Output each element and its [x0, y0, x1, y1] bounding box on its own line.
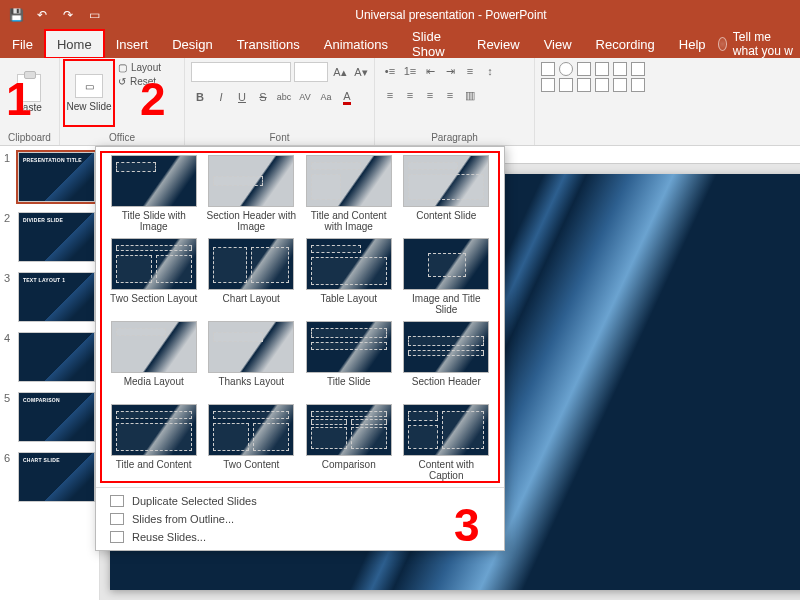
layout-grid: Title Slide with Image Section Header wi… — [98, 149, 502, 485]
slides-group-label: Office — [66, 130, 178, 143]
slide-thumb-4[interactable] — [18, 332, 95, 382]
align-right-icon[interactable]: ≡ — [421, 86, 439, 104]
layout-media[interactable]: Media Layout — [108, 321, 200, 398]
shape-rect-icon[interactable] — [541, 62, 555, 76]
shape-oval-icon[interactable] — [559, 62, 573, 76]
slide-thumb-6[interactable]: CHART SLIDE — [18, 452, 95, 502]
char-spacing-button[interactable]: AV — [296, 88, 314, 106]
start-from-beginning-icon[interactable]: ▭ — [86, 7, 102, 23]
tab-design[interactable]: Design — [160, 30, 224, 58]
layout-title-and-content-with-image[interactable]: Title and Content with Image — [303, 155, 395, 232]
duplicate-slides-item[interactable]: Duplicate Selected Slides — [96, 492, 504, 510]
thumb-row[interactable]: 2 DIVIDER SLIDE — [4, 212, 95, 262]
paragraph-group-label: Paragraph — [381, 130, 528, 143]
text-direction-icon[interactable]: ↕ — [481, 62, 499, 80]
layout-image-and-title[interactable]: Image and Title Slide — [401, 238, 493, 315]
shape-arrow-icon[interactable] — [595, 62, 609, 76]
slide-thumb-3[interactable]: TEXT LAYOUT 1 — [18, 272, 95, 322]
align-left-icon[interactable]: ≡ — [381, 86, 399, 104]
shape-freeform-icon[interactable] — [613, 78, 627, 92]
tab-review[interactable]: Review — [465, 30, 532, 58]
shape-line-icon[interactable] — [577, 62, 591, 76]
tell-me[interactable]: Tell me what you w — [718, 30, 800, 58]
slide-thumbnail-panel: 1 PRESENTATION TITLE 2 DIVIDER SLIDE 3 T… — [0, 146, 100, 600]
shape-brace-icon[interactable] — [559, 78, 573, 92]
columns-icon[interactable]: ▥ — [461, 86, 479, 104]
tab-help[interactable]: Help — [667, 30, 718, 58]
slide-thumb-5[interactable]: COMPARISON — [18, 392, 95, 442]
align-center-icon[interactable]: ≡ — [401, 86, 419, 104]
font-color-button[interactable]: A — [338, 88, 356, 106]
thumb-row[interactable]: 3 TEXT LAYOUT 1 — [4, 272, 95, 322]
font-family-select[interactable] — [191, 62, 291, 82]
increase-font-icon[interactable]: A▴ — [331, 63, 349, 81]
bullets-icon[interactable]: •≡ — [381, 62, 399, 80]
annotation-1: 1 — [6, 72, 32, 126]
layout-title-slide[interactable]: Title Slide — [303, 321, 395, 398]
slides-from-outline-item[interactable]: Slides from Outline... — [96, 510, 504, 528]
shape-star-icon[interactable] — [631, 62, 645, 76]
tell-me-label: Tell me what you w — [733, 30, 794, 58]
thumb-row[interactable]: 5 COMPARISON — [4, 392, 95, 442]
decrease-font-icon[interactable]: A▾ — [352, 63, 370, 81]
quick-access-toolbar: 💾 ↶ ↷ ▭ — [0, 7, 102, 23]
abc-button[interactable]: abc — [275, 88, 293, 106]
tab-slideshow[interactable]: Slide Show — [400, 30, 465, 58]
tab-transitions[interactable]: Transitions — [225, 30, 312, 58]
layout-two-content[interactable]: Two Content — [206, 404, 298, 481]
tab-animations[interactable]: Animations — [312, 30, 400, 58]
thumb-row[interactable]: 4 — [4, 332, 95, 382]
shape-callout-icon[interactable] — [541, 78, 555, 92]
bold-button[interactable]: B — [191, 88, 209, 106]
numbering-icon[interactable]: 1≡ — [401, 62, 419, 80]
group-font: A▴ A▾ B I U S abc AV Aa A Font — [185, 58, 375, 145]
shape-triangle-icon[interactable] — [613, 62, 627, 76]
new-slide-button[interactable]: ▭ New Slide — [66, 62, 112, 124]
slide-thumb-1[interactable]: PRESENTATION TITLE — [18, 152, 95, 202]
layout-content-slide[interactable]: Content Slide — [401, 155, 493, 232]
clipboard-group-label: Clipboard — [6, 130, 53, 143]
tab-home[interactable]: Home — [45, 30, 104, 58]
ribbon-tabs: File Home Insert Design Transitions Anim… — [0, 30, 800, 58]
reuse-slides-item[interactable]: Reuse Slides... — [96, 528, 504, 546]
reuse-icon — [110, 531, 124, 543]
justify-icon[interactable]: ≡ — [441, 86, 459, 104]
layout-title-slide-with-image[interactable]: Title Slide with Image — [108, 155, 200, 232]
group-slides: ▭ New Slide ▢Layout ↺Reset Office — [60, 58, 185, 145]
layout-table[interactable]: Table Layout — [303, 238, 395, 315]
annotation-3: 3 — [454, 498, 480, 552]
shapes-gallery[interactable] — [541, 62, 647, 92]
layout-section-header-with-image[interactable]: Section Header with Image — [206, 155, 298, 232]
shape-more-icon[interactable] — [631, 78, 645, 92]
layout-chart[interactable]: Chart Layout — [206, 238, 298, 315]
shape-connector-icon[interactable] — [577, 78, 591, 92]
tab-recording[interactable]: Recording — [584, 30, 667, 58]
font-size-select[interactable] — [294, 62, 328, 82]
slide-thumb-2[interactable]: DIVIDER SLIDE — [18, 212, 95, 262]
italic-button[interactable]: I — [212, 88, 230, 106]
underline-button[interactable]: U — [233, 88, 251, 106]
save-icon[interactable]: 💾 — [8, 7, 24, 23]
redo-icon[interactable]: ↷ — [60, 7, 76, 23]
layout-content-with-caption[interactable]: Content with Caption — [401, 404, 493, 481]
indent-dec-icon[interactable]: ⇤ — [421, 62, 439, 80]
font-group-label: Font — [191, 130, 368, 143]
tab-insert[interactable]: Insert — [104, 30, 161, 58]
tab-file[interactable]: File — [0, 30, 45, 58]
tab-view[interactable]: View — [532, 30, 584, 58]
outline-icon — [110, 513, 124, 525]
layout-comparison[interactable]: Comparison — [303, 404, 395, 481]
indent-inc-icon[interactable]: ⇥ — [441, 62, 459, 80]
thumb-row[interactable]: 6 CHART SLIDE — [4, 452, 95, 502]
duplicate-icon — [110, 495, 124, 507]
layout-two-section[interactable]: Two Section Layout — [108, 238, 200, 315]
shape-curve-icon[interactable] — [595, 78, 609, 92]
change-case-button[interactable]: Aa — [317, 88, 335, 106]
line-spacing-icon[interactable]: ≡ — [461, 62, 479, 80]
undo-icon[interactable]: ↶ — [34, 7, 50, 23]
layout-title-and-content[interactable]: Title and Content — [108, 404, 200, 481]
layout-section-header[interactable]: Section Header — [401, 321, 493, 398]
layout-thanks[interactable]: Thanks Layout — [206, 321, 298, 398]
strike-button[interactable]: S — [254, 88, 272, 106]
thumb-row[interactable]: 1 PRESENTATION TITLE — [4, 152, 95, 202]
